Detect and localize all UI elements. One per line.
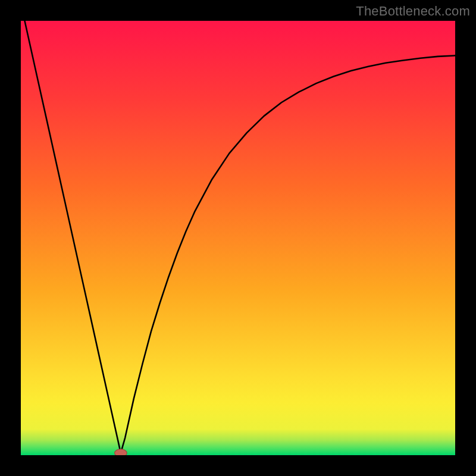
gradient-background [21, 21, 455, 455]
plot-svg [21, 21, 455, 455]
watermark-text: TheBottleneck.com [356, 4, 470, 19]
plot-frame [21, 21, 455, 455]
minimum-marker [115, 449, 127, 455]
